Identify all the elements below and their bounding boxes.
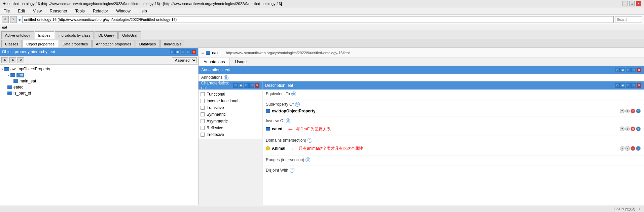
ann-ctrl-4[interactable]: □ <box>631 68 636 72</box>
tab-annotation-properties[interactable]: Annotation properties <box>92 40 135 47</box>
desc-ctrl-3[interactable]: □ <box>626 83 631 88</box>
tab-object-properties[interactable]: Object properties <box>23 40 58 47</box>
menu-reasoner[interactable]: Reasoner <box>48 8 69 14</box>
tab-active-ontology[interactable]: Active ontology <box>1 31 34 39</box>
domain-ctrl-help[interactable]: ? <box>620 146 624 151</box>
char-desc-area: Characteristics: eat □ ▣ □ □ ✕ Functiona… <box>199 81 644 206</box>
menu-file[interactable]: File <box>1 8 12 14</box>
char-asymmetric: Asymmetric <box>200 118 261 125</box>
menu-help[interactable]: Help <box>137 8 149 14</box>
hierarchy-ctrl-close[interactable]: ✕ <box>191 49 196 54</box>
main-tabs: Active ontology Entities Individuals by … <box>0 30 644 39</box>
checkbox-inverse-functional[interactable] <box>201 99 205 103</box>
hierarchy-ctrl-3[interactable]: □ <box>181 49 185 54</box>
char-ctrl-1[interactable]: □ <box>233 83 238 88</box>
tab-datatypes[interactable]: Datatypes <box>136 40 160 47</box>
hierarchy-ctrl-1[interactable]: □ <box>170 49 175 54</box>
inverse-item-row: eated ← 与 "eat" 为互反关系 ? i ✕ ✎ <box>266 125 641 134</box>
checkbox-symmetric[interactable] <box>201 112 205 116</box>
char-ctrl-4[interactable]: □ <box>249 83 254 88</box>
desc-ctrl-4[interactable]: □ <box>631 83 636 88</box>
ann-ctrl-close[interactable]: ✕ <box>637 68 641 72</box>
menu-tools[interactable]: Tools <box>73 8 87 14</box>
tree-arrow-top: ▾ <box>1 67 3 71</box>
checkbox-asymmetric[interactable] <box>201 119 205 123</box>
tab-dl-query[interactable]: DL Query <box>95 31 118 39</box>
tree-icon-top <box>4 67 9 71</box>
clear-button[interactable]: ✕ <box>17 57 24 63</box>
close-button[interactable]: ✕ <box>636 1 641 6</box>
tab-individuals-by-class[interactable]: Individuals by class <box>55 31 94 39</box>
ranges-add[interactable]: ⊕ <box>306 157 310 162</box>
back-button[interactable]: < <box>2 16 9 23</box>
blue-square-icon <box>206 51 210 55</box>
tree-label-eat: eat <box>16 73 24 77</box>
tab-individuals[interactable]: Individuals <box>160 40 185 47</box>
domains-add[interactable]: ⊕ <box>308 138 312 143</box>
maximize-button[interactable]: □ <box>629 1 635 6</box>
ann-ctrl-1[interactable]: □ <box>615 68 620 72</box>
tab-data-properties[interactable]: Data properties <box>59 40 92 47</box>
subproperty-ctrl-edit[interactable]: ✎ <box>636 109 641 113</box>
checkbox-functional[interactable] <box>201 92 205 96</box>
desc-ctrl-close[interactable]: ✕ <box>637 83 641 88</box>
ann-ctrl-3[interactable]: □ <box>626 68 631 72</box>
inverse-controls: ? i ✕ ✎ <box>620 127 641 131</box>
char-ctrl-2[interactable]: ▣ <box>239 83 243 88</box>
search-input[interactable] <box>615 16 642 23</box>
tree-item-is-part-of[interactable]: is_part_of <box>1 90 197 96</box>
inverse-ctrl-delete[interactable]: ✕ <box>631 127 635 131</box>
inverse-of-add[interactable]: ⊕ <box>286 118 290 123</box>
desc-ctrl-1[interactable]: □ <box>615 83 620 88</box>
tree-icon-main-eat <box>13 79 18 83</box>
subproperty-ctrl-help[interactable]: ? <box>620 109 624 113</box>
right-header-dash: — <box>220 50 224 55</box>
tree-item-eated[interactable]: eated <box>1 84 197 90</box>
menu-edit[interactable]: Edit <box>16 8 27 14</box>
tree-item-top-object-property[interactable]: ▾ owl:topObjectProperty <box>1 66 197 72</box>
right-header-url: http://www.semanticweb.org/cyh/ontologie… <box>226 51 350 55</box>
inverse-ctrl-help[interactable]: ? <box>620 127 624 131</box>
minimize-button[interactable]: — <box>622 1 628 6</box>
domain-ctrl-edit[interactable]: ✎ <box>636 146 641 151</box>
subproperty-ctrl-info[interactable]: i <box>625 109 630 113</box>
annotations-add-button[interactable]: ⊕ <box>224 75 228 80</box>
menu-window[interactable]: Window <box>114 8 133 14</box>
asserted-dropdown[interactable]: Asserted Inferred <box>172 57 197 63</box>
char-symmetric: Symmetric <box>200 111 261 118</box>
tree-item-eat[interactable]: ▾ eat <box>1 72 197 78</box>
collapse-all-button[interactable]: ⊕ <box>9 57 16 63</box>
checkbox-transitive[interactable] <box>201 106 205 110</box>
address-input[interactable] <box>22 16 614 23</box>
expand-all-button[interactable]: ⊕ <box>1 57 8 63</box>
menu-view[interactable]: View <box>31 8 44 14</box>
hierarchy-ctrl-2[interactable]: ▣ <box>175 49 180 54</box>
tab-usage[interactable]: Usage <box>230 58 252 66</box>
ann-ctrl-2[interactable]: ▣ <box>620 68 625 72</box>
tree-item-main-eat[interactable]: main_eat <box>1 78 197 84</box>
tab-classes[interactable]: Classes <box>1 40 22 47</box>
tab-ontograf[interactable]: OntoGraf <box>118 31 141 39</box>
section-subproperty-of: SubProperty Of ⊕ owl:topObjectProperty ?… <box>262 100 644 116</box>
tab-annotations[interactable]: Annotations <box>199 58 230 66</box>
subproperty-of-add[interactable]: ⊕ <box>295 102 300 107</box>
hierarchy-ctrl-4[interactable]: □ <box>186 49 191 54</box>
char-ctrl-3[interactable]: □ <box>244 83 249 88</box>
inverse-ctrl-info[interactable]: i <box>625 127 630 131</box>
desc-ctrl-2[interactable]: ▣ <box>620 83 625 88</box>
inverse-ctrl-edit[interactable]: ✎ <box>636 127 641 131</box>
right-panel: ≡ eat — http://www.semanticweb.org/cyh/o… <box>199 48 644 205</box>
disjoint-add[interactable]: ⊕ <box>290 168 294 173</box>
char-ctrl-close[interactable]: ✕ <box>255 83 259 88</box>
domain-ctrl-info[interactable]: i <box>625 146 630 151</box>
equivalent-to-add[interactable]: ⊕ <box>291 92 296 96</box>
checkbox-irreflexive[interactable] <box>201 133 205 137</box>
hamburger-icon[interactable]: ≡ <box>201 50 204 56</box>
subproperty-ctrl-delete[interactable]: ✕ <box>631 109 635 113</box>
tab-entities[interactable]: Entities <box>35 31 54 39</box>
char-title: Characteristics: eat <box>201 81 233 90</box>
domain-ctrl-delete[interactable]: ✕ <box>631 146 635 151</box>
forward-button[interactable]: > <box>10 16 17 23</box>
checkbox-reflexive[interactable] <box>201 126 205 130</box>
menu-refactor[interactable]: Refactor <box>91 8 110 14</box>
